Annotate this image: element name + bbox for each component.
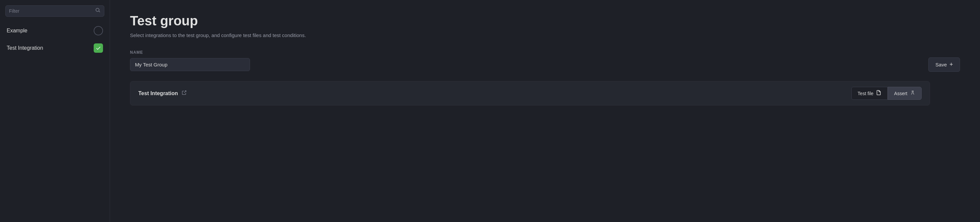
filter-container bbox=[0, 5, 110, 22]
checkmark-icon bbox=[95, 45, 101, 51]
main-content: Test group Select integrations to the te… bbox=[110, 0, 980, 222]
integration-card-name: Test Integration bbox=[138, 91, 178, 96]
save-label: Save bbox=[935, 62, 947, 67]
assert-button[interactable]: Assert bbox=[888, 87, 922, 100]
page-title: Test group bbox=[130, 13, 960, 29]
save-button[interactable]: Save + bbox=[928, 57, 960, 72]
assert-label: Assert bbox=[894, 91, 907, 96]
test-file-button[interactable]: Test file bbox=[851, 87, 888, 100]
sidebar-item-label-example: Example bbox=[7, 28, 27, 34]
external-link-icon[interactable] bbox=[181, 90, 187, 97]
name-input[interactable] bbox=[130, 58, 250, 71]
sidebar-item-label-test-integration: Test Integration bbox=[7, 45, 43, 51]
filter-wrapper bbox=[5, 5, 104, 17]
toggle-unchecked-example[interactable] bbox=[94, 26, 103, 35]
toggle-checked-test-integration[interactable] bbox=[94, 43, 103, 53]
page-subtitle: Select integrations to the test group, a… bbox=[130, 32, 960, 38]
integration-card-right: Test file Assert bbox=[851, 87, 922, 100]
filter-input[interactable] bbox=[9, 8, 95, 14]
flask-icon bbox=[910, 90, 915, 96]
plus-icon: + bbox=[949, 61, 953, 68]
document-icon bbox=[876, 90, 881, 96]
name-input-row: Save + bbox=[130, 57, 960, 72]
integration-card: Test Integration Test file Assert bbox=[130, 81, 930, 105]
sidebar-item-test-integration[interactable]: Test Integration bbox=[0, 39, 110, 57]
sidebar-item-example[interactable]: Example bbox=[0, 22, 110, 39]
name-label: NAME bbox=[130, 50, 960, 55]
sidebar: Example Test Integration bbox=[0, 0, 110, 222]
integration-card-left: Test Integration bbox=[138, 90, 187, 97]
search-icon bbox=[95, 8, 101, 14]
name-section: NAME Save + bbox=[130, 50, 960, 72]
test-file-label: Test file bbox=[858, 91, 873, 96]
